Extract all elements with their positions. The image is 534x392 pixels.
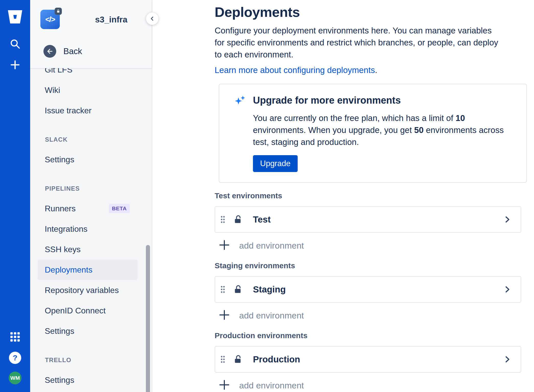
- sidebar-item-pipelines-settings[interactable]: Settings: [38, 321, 137, 341]
- upgrade-text: You are currently on the free plan, whic…: [253, 112, 512, 148]
- beta-badge: BETA: [109, 204, 130, 213]
- unlock-icon: [233, 215, 243, 224]
- page-title: Deployments: [215, 4, 524, 20]
- bitbucket-app: ? WM </> s3_infra: [0, 0, 534, 392]
- sidebar-item-repository-variables[interactable]: Repository variables: [38, 280, 137, 300]
- deployments-page: Deployments Configure your deployment en…: [153, 0, 534, 392]
- paid-limit: 50: [414, 125, 424, 135]
- chevron-right-icon: [503, 215, 512, 224]
- sidebar-item-slack-settings[interactable]: Settings: [38, 149, 137, 170]
- learn-more-line: Learn more about configuring deployments…: [215, 65, 524, 75]
- chevron-right-icon: [503, 355, 512, 364]
- back-arrow-icon: [43, 45, 56, 58]
- sidebar-item-ssh-keys[interactable]: SSH keys: [38, 239, 137, 260]
- sidebar-item-deployments[interactable]: Deployments: [38, 260, 137, 280]
- link-suffix: .: [375, 65, 377, 75]
- code-glyph: </>: [45, 15, 55, 24]
- sidebar-item-trello-settings[interactable]: Settings: [38, 370, 137, 390]
- chevron-right-icon: [503, 285, 512, 294]
- add-environment-button[interactable]: add environment: [218, 308, 304, 323]
- user-avatar[interactable]: WM: [9, 372, 21, 384]
- create-plus-icon[interactable]: [8, 58, 22, 72]
- app-switcher-icon[interactable]: [8, 330, 22, 344]
- search-icon[interactable]: [8, 37, 22, 51]
- sidebar-item-issue-tracker[interactable]: Issue tracker: [38, 100, 137, 121]
- sidebar-section-pipelines: PIPELINES: [45, 179, 137, 198]
- environment-row-production[interactable]: Production: [215, 346, 521, 373]
- sidebar-item-git-lfs[interactable]: Git LFS: [38, 68, 137, 80]
- environment-name: Staging: [253, 284, 286, 295]
- drag-handle-icon[interactable]: [220, 285, 226, 294]
- environment-row-test[interactable]: Test: [215, 206, 521, 233]
- sidebar-section-slack: SLACK: [45, 130, 137, 149]
- upgrade-card: Upgrade for more environments You are cu…: [219, 84, 527, 183]
- staging-environments-group: Staging environments Staging: [215, 261, 524, 323]
- sidebar-section-trello: TRELLO: [45, 350, 137, 370]
- sidebar-item-runners[interactable]: Runners BETA: [38, 198, 137, 219]
- environment-row-staging[interactable]: Staging: [215, 276, 521, 303]
- repo-sidebar: </> s3_infra Back: [30, 0, 152, 392]
- upgrade-heading: Upgrade for more environments: [253, 95, 512, 106]
- page-description: Configure your deployment environments h…: [215, 24, 500, 61]
- sidebar-item-openid-connect[interactable]: OpenID Connect: [38, 300, 137, 321]
- env-group-label: Staging environments: [215, 261, 524, 270]
- upgrade-card-body: Upgrade for more environments You are cu…: [253, 94, 512, 172]
- production-environments-group: Production environments Production: [215, 331, 524, 392]
- add-environment-label: add environment: [239, 311, 304, 321]
- sidebar-item-wiki[interactable]: Wiki: [38, 80, 137, 100]
- private-lock-icon: [55, 8, 62, 15]
- env-group-label: Test environments: [215, 191, 524, 200]
- plus-icon: [218, 378, 231, 392]
- environment-name: Test: [253, 214, 271, 225]
- bitbucket-logo-icon[interactable]: [7, 9, 23, 25]
- global-nav-rail: ? WM: [0, 0, 30, 392]
- env-group-label: Production environments: [215, 331, 524, 340]
- add-environment-label: add environment: [239, 241, 304, 251]
- plus-icon: [218, 238, 231, 253]
- add-environment-label: add environment: [239, 381, 304, 390]
- unlock-icon: [233, 354, 243, 364]
- learn-more-link[interactable]: Learn more about configuring deployments: [215, 65, 375, 75]
- back-label: Back: [63, 46, 82, 56]
- help-icon[interactable]: ?: [8, 351, 22, 365]
- repo-avatar: </>: [40, 10, 60, 29]
- repo-name: s3_infra: [95, 15, 127, 24]
- sparkle-icon: [234, 95, 246, 107]
- back-button[interactable]: Back: [43, 45, 82, 58]
- upgrade-button[interactable]: Upgrade: [253, 155, 298, 172]
- free-limit: 10: [456, 113, 465, 123]
- add-environment-button[interactable]: add environment: [218, 238, 304, 253]
- help-glyph: ?: [9, 352, 21, 364]
- add-environment-button[interactable]: add environment: [218, 378, 304, 392]
- unlock-icon: [233, 285, 243, 294]
- drag-handle-icon[interactable]: [220, 215, 226, 224]
- plus-icon: [218, 308, 231, 323]
- sidebar-nav-list: Git LFS Wiki Issue tracker SLACK Setting…: [30, 68, 152, 392]
- sidebar-scrollbar[interactable]: [146, 245, 150, 392]
- environment-name: Production: [253, 354, 300, 364]
- collapse-sidebar-button[interactable]: [146, 12, 159, 25]
- test-environments-group: Test environments Test: [215, 191, 524, 253]
- avatar-initials: WM: [10, 375, 20, 381]
- sidebar-header: </> s3_infra Back: [30, 0, 152, 68]
- drag-handle-icon[interactable]: [220, 355, 226, 364]
- sidebar-item-integrations[interactable]: Integrations: [38, 219, 137, 239]
